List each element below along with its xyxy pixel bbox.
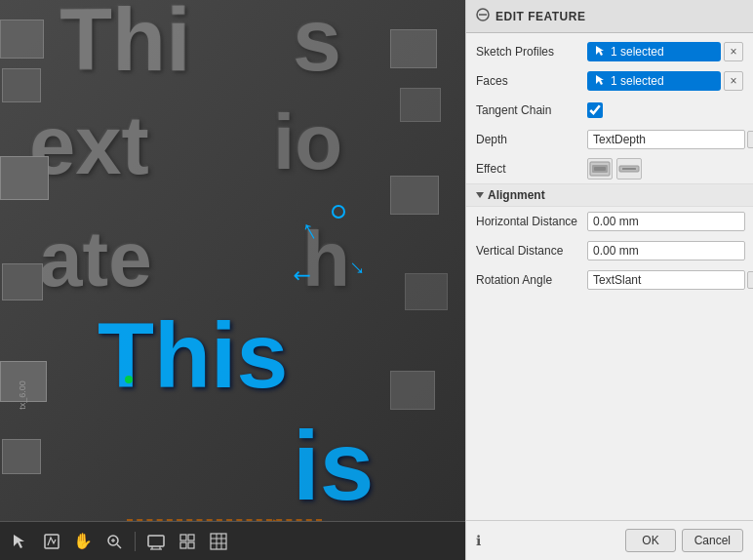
alignment-section-header[interactable]: Alignment [466,183,753,207]
faces-selector[interactable]: 1 selected [587,71,721,91]
svg-marker-0 [14,535,24,548]
svg-rect-13 [188,542,194,548]
sketch-icon[interactable] [39,529,64,554]
alignment-label: Alignment [488,188,545,202]
svg-rect-27 [622,168,636,170]
effect-style-btn[interactable] [616,158,642,180]
rotation-angle-fx-btn[interactable]: fx [747,271,753,289]
tangent-chain-checkbox[interactable] [587,102,603,118]
horizontal-distance-label: Horizontal Distance [476,215,583,228]
rotation-angle-input[interactable] [587,270,745,290]
sketch-profiles-selector[interactable]: 1 selected [587,42,721,61]
edit-feature-panel: EDIT FEATURE Sketch Profiles 1 selected … [465,0,753,560]
grid-view-icon[interactable] [175,529,200,554]
tangent-chain-row: Tangent Chain [466,96,753,125]
panel-title: EDIT FEATURE [495,10,585,23]
effect-row: Effect [466,154,753,183]
select-tool-icon[interactable] [8,529,33,554]
vertical-distance-label: Vertical Distance [476,244,583,258]
info-icon[interactable]: ℹ [476,533,481,548]
svg-rect-11 [188,535,194,540]
svg-marker-22 [596,75,604,85]
depth-label: Depth [476,133,583,146]
cursor-icon [595,45,607,59]
svg-line-3 [117,544,121,548]
svg-rect-14 [211,534,226,549]
effect-type-btn[interactable] [587,158,613,180]
minus-circle-icon [476,8,490,24]
sketch-profiles-row: Sketch Profiles 1 selected × [466,37,753,66]
panel-body: Sketch Profiles 1 selected × Faces [466,33,753,520]
tangent-chain-label: Tangent Chain [476,103,583,117]
faces-label: Faces [476,74,583,88]
sketch-profiles-clear-btn[interactable]: × [724,42,743,61]
depth-row: Depth fx [466,125,753,154]
panel-header: EDIT FEATURE [466,0,753,33]
svg-rect-6 [148,536,164,546]
expand-icon [476,192,484,198]
zoom-icon[interactable] [101,529,127,554]
svg-rect-1 [45,535,59,548]
table-icon[interactable] [206,529,231,554]
rotation-angle-label: Rotation Angle [476,273,583,287]
horizontal-distance-row: Horizontal Distance [466,207,753,236]
svg-rect-10 [180,535,186,540]
cursor2-icon [595,74,607,88]
faces-row: Faces 1 selected × [466,66,753,96]
3d-viewport[interactable]: Thi s ext io ate h This is ↑ → ↖ [0,0,468,560]
panel-footer: ℹ OK Cancel [466,520,753,560]
sketch-profiles-label: Sketch Profiles [476,45,583,59]
depth-input[interactable] [587,130,745,149]
ok-button[interactable]: OK [625,529,675,552]
cancel-button[interactable]: Cancel [682,529,743,552]
vertical-distance-row: Vertical Distance [466,236,753,265]
viewport-toolbar: ✋ [0,521,468,560]
svg-rect-12 [180,542,186,548]
vertical-distance-input[interactable] [587,241,745,260]
horizontal-distance-input[interactable] [587,212,745,231]
faces-clear-btn[interactable]: × [724,71,743,91]
rotation-angle-row: Rotation Angle fx [466,265,753,295]
depth-fx-btn[interactable]: fx [747,131,753,148]
display-mode-icon[interactable] [143,529,169,554]
svg-marker-21 [596,46,604,56]
pan-icon[interactable]: ✋ [70,529,96,554]
svg-rect-25 [594,167,606,171]
effect-label: Effect [476,162,583,176]
